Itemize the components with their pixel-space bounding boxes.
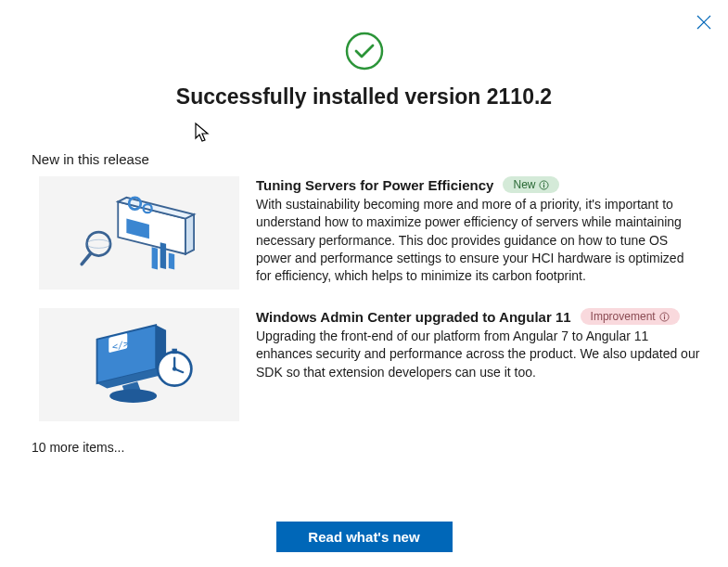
more-items-text[interactable]: 10 more items... <box>32 440 728 455</box>
svg-point-14 <box>109 389 157 403</box>
svg-rect-24 <box>664 316 665 319</box>
item-title: Tuning Servers for Power Efficiency <box>256 177 493 193</box>
success-checkmark-icon <box>0 32 728 71</box>
svg-point-12 <box>543 182 544 183</box>
svg-point-10 <box>87 239 110 248</box>
info-icon <box>539 180 549 190</box>
item-title: Windows Admin Center upgraded to Angular… <box>256 309 571 325</box>
svg-point-2 <box>347 33 382 69</box>
svg-rect-4 <box>160 242 166 269</box>
svg-line-9 <box>82 254 90 264</box>
cursor-icon <box>194 122 212 148</box>
svg-rect-18 <box>172 349 176 354</box>
svg-rect-3 <box>152 247 158 269</box>
info-icon <box>659 312 670 322</box>
release-item: Tuning Servers for Power Efficiency New … <box>39 176 702 290</box>
item-description: Upgrading the front-end of our platform … <box>256 328 702 381</box>
svg-point-23 <box>663 314 664 315</box>
section-header: New in this release <box>32 151 728 167</box>
svg-point-8 <box>87 232 110 255</box>
release-items-list: Tuning Servers for Power Efficiency New … <box>39 176 702 421</box>
improvement-badge: Improvement <box>581 308 680 325</box>
svg-point-21 <box>172 367 177 371</box>
release-item: </> Windows Admin Center upgraded to Ang… <box>39 308 702 421</box>
read-whats-new-button[interactable]: Read what's new <box>276 522 453 552</box>
badge-label: New <box>513 178 535 191</box>
item-thumbnail <box>39 176 239 290</box>
svg-rect-13 <box>543 184 544 187</box>
item-description: With sustainability becoming more and mo… <box>256 196 702 286</box>
page-title: Successfully installed version 2110.2 <box>0 84 728 110</box>
svg-rect-5 <box>169 253 174 270</box>
item-thumbnail: </> <box>39 308 239 421</box>
close-button[interactable] <box>695 13 713 32</box>
badge-label: Improvement <box>591 310 656 323</box>
item-content: Windows Admin Center upgraded to Angular… <box>256 308 702 421</box>
new-badge: New <box>503 176 559 193</box>
item-content: Tuning Servers for Power Efficiency New … <box>256 176 702 290</box>
